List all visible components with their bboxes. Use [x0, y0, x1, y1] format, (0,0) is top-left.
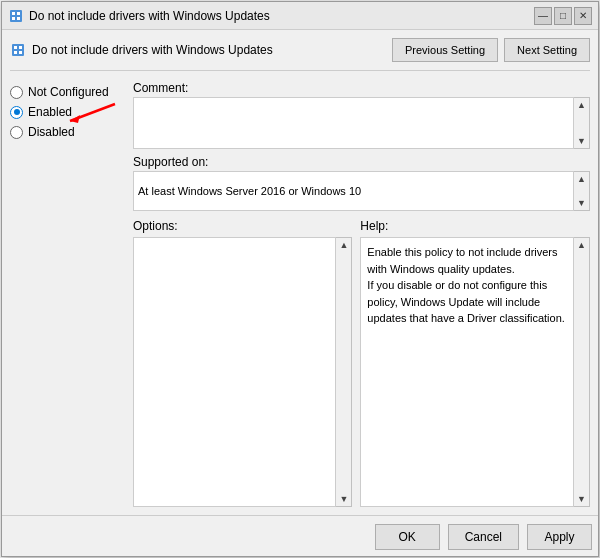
- annotation-arrow: [60, 99, 120, 132]
- main-window: Do not include drivers with Windows Upda…: [1, 1, 599, 557]
- scroll-down-arrow[interactable]: ▼: [574, 134, 589, 148]
- svg-rect-4: [17, 17, 20, 20]
- options-content: [133, 237, 336, 507]
- supported-inner-wrapper: At least Windows Server 2016 or Windows …: [133, 171, 590, 211]
- ok-button[interactable]: OK: [375, 524, 440, 550]
- help-content: Enable this policy to not include driver…: [360, 237, 574, 507]
- supported-scrollbar[interactable]: ▲ ▼: [574, 171, 590, 211]
- next-setting-button[interactable]: Next Setting: [504, 38, 590, 62]
- content-area: Do not include drivers with Windows Upda…: [2, 30, 598, 515]
- enabled-radio[interactable]: [10, 106, 23, 119]
- help-box-wrapper: Enable this policy to not include driver…: [360, 237, 590, 507]
- supported-section: Supported on: At least Windows Server 20…: [133, 155, 590, 211]
- help-scroll-up[interactable]: ▲: [574, 238, 589, 252]
- help-text-1: Enable this policy to not include driver…: [367, 244, 567, 277]
- help-panel: Help: Enable this policy to not include …: [360, 219, 590, 507]
- supported-box-wrapper: Supported on: At least Windows Server 20…: [133, 155, 590, 211]
- svg-rect-2: [17, 12, 20, 15]
- bottom-panels: Options: ▲ ▼ Help:: [133, 219, 590, 507]
- svg-marker-11: [70, 115, 80, 123]
- minimize-button[interactable]: —: [534, 7, 552, 25]
- title-bar: Do not include drivers with Windows Upda…: [2, 2, 598, 30]
- svg-rect-1: [12, 12, 15, 15]
- right-panel: Comment: ▲ ▼ Supported on:: [133, 81, 590, 507]
- help-label: Help:: [360, 219, 590, 233]
- svg-rect-0: [10, 10, 22, 22]
- previous-setting-button[interactable]: Previous Setting: [392, 38, 498, 62]
- supported-value: At least Windows Server 2016 or Windows …: [133, 171, 574, 211]
- window-title: Do not include drivers with Windows Upda…: [29, 9, 270, 23]
- radio-group-wrapper: Not Configured Enabled Disabled: [10, 81, 125, 143]
- options-scroll-up[interactable]: ▲: [336, 238, 351, 252]
- header-bar: Do not include drivers with Windows Upda…: [10, 38, 590, 71]
- supported-scroll-down[interactable]: ▼: [574, 196, 589, 210]
- close-button[interactable]: ✕: [574, 7, 592, 25]
- maximize-button[interactable]: □: [554, 7, 572, 25]
- not-configured-label: Not Configured: [28, 85, 109, 99]
- options-panel: Options: ▲ ▼: [133, 219, 352, 507]
- window-icon: [8, 8, 24, 24]
- comment-section: Comment: ▲ ▼: [133, 81, 590, 149]
- main-section: Not Configured Enabled Disabled: [10, 81, 590, 507]
- comment-input[interactable]: [133, 97, 574, 149]
- supported-label: Supported on:: [133, 155, 590, 169]
- help-scroll-down[interactable]: ▼: [574, 492, 589, 506]
- cancel-button[interactable]: Cancel: [448, 524, 519, 550]
- help-text-2: If you disable or do not configure this …: [367, 277, 567, 327]
- svg-rect-8: [14, 51, 17, 54]
- policy-title-text: Do not include drivers with Windows Upda…: [32, 43, 273, 57]
- help-scrollbar[interactable]: ▲ ▼: [574, 237, 590, 507]
- svg-rect-9: [19, 51, 22, 54]
- options-label: Options:: [133, 219, 352, 233]
- supported-scroll-up[interactable]: ▲: [574, 172, 589, 186]
- title-bar-left: Do not include drivers with Windows Upda…: [8, 8, 270, 24]
- comment-box-wrapper: ▲ ▼: [133, 97, 590, 149]
- navigation-buttons: Previous Setting Next Setting: [392, 38, 590, 62]
- svg-rect-6: [14, 46, 17, 49]
- comment-scrollbar[interactable]: ▲ ▼: [574, 97, 590, 149]
- svg-rect-5: [12, 44, 24, 56]
- not-configured-option[interactable]: Not Configured: [10, 85, 125, 99]
- policy-icon: [10, 42, 26, 58]
- svg-rect-7: [19, 46, 22, 49]
- options-scroll-down[interactable]: ▼: [336, 492, 351, 506]
- left-panel: Not Configured Enabled Disabled: [10, 81, 125, 507]
- options-scrollbar[interactable]: ▲ ▼: [336, 237, 352, 507]
- policy-title: Do not include drivers with Windows Upda…: [10, 42, 273, 58]
- comment-label: Comment:: [133, 81, 590, 95]
- title-controls: — □ ✕: [534, 7, 592, 25]
- options-box-wrapper: ▲ ▼: [133, 237, 352, 507]
- disabled-radio[interactable]: [10, 126, 23, 139]
- radio-dot: [14, 109, 20, 115]
- footer: OK Cancel Apply: [2, 515, 598, 556]
- apply-button[interactable]: Apply: [527, 524, 592, 550]
- not-configured-radio[interactable]: [10, 86, 23, 99]
- scroll-up-arrow[interactable]: ▲: [574, 98, 589, 112]
- svg-rect-3: [12, 17, 15, 20]
